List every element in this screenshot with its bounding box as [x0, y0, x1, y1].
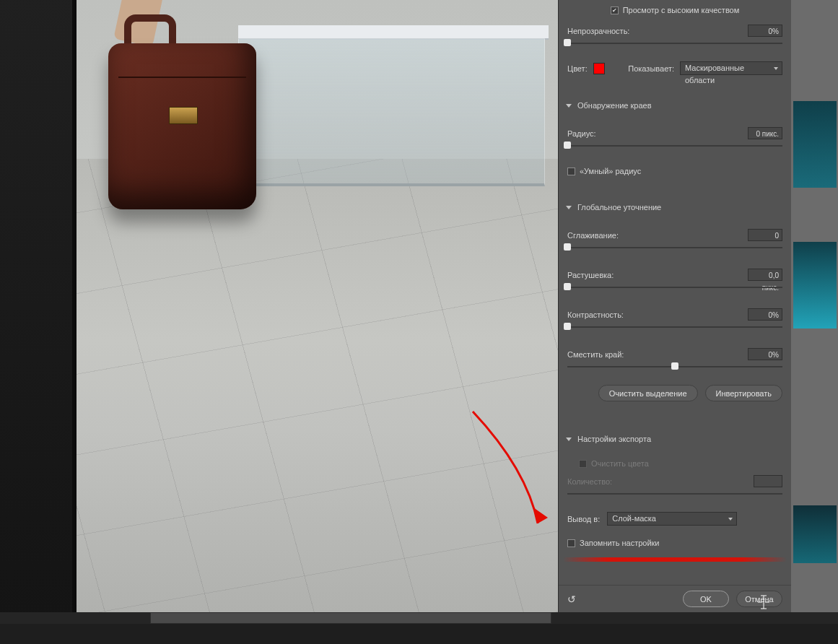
scene-desk: [238, 0, 549, 188]
radius-value[interactable]: 0 пикс.: [748, 127, 782, 139]
shift-edge-slider[interactable]: [567, 362, 782, 372]
chevron-down-icon: [566, 206, 572, 209]
output-to-label: Вывод в:: [567, 515, 600, 523]
contrast-value[interactable]: 0%: [748, 308, 782, 321]
radius-label: Радиус:: [567, 129, 596, 138]
feather-value[interactable]: 0,0 пикс.: [748, 269, 782, 281]
shift-edge-label: Сместить край:: [567, 350, 624, 359]
section-edge-detection[interactable]: Обнаружение краев: [559, 97, 791, 114]
cancel-button[interactable]: Отмена: [736, 591, 782, 607]
amount-label: Количество:: [567, 477, 612, 486]
opacity-value[interactable]: 0%: [748, 25, 782, 37]
smart-radius-label: «Умный» радиус: [580, 167, 641, 175]
ok-button[interactable]: OK: [683, 591, 729, 607]
remember-settings-checkbox[interactable]: [567, 539, 575, 547]
amount-slider: [567, 489, 782, 499]
contrast-slider[interactable]: [567, 322, 782, 332]
smooth-label: Сглаживание:: [567, 231, 619, 240]
high-quality-preview-label: Просмотр с высоким качеством: [623, 6, 740, 14]
smart-radius-checkbox[interactable]: [567, 167, 575, 175]
shows-label: Показывает:: [628, 64, 674, 73]
shows-select[interactable]: Маскированные области: [680, 61, 782, 75]
secondary-preview-strip: [790, 0, 838, 612]
contrast-label: Контрастность:: [567, 310, 624, 319]
decontaminate-colors-label: Очистить цвета: [591, 459, 649, 468]
clear-selection-button[interactable]: Очистить выделение: [598, 385, 698, 401]
section-global-refine[interactable]: Глобальное уточнение: [559, 199, 791, 216]
app-bottom-bar: [0, 624, 838, 644]
scene-person: [0, 0, 159, 612]
smooth-value[interactable]: 0: [748, 229, 782, 241]
decontaminate-colors-checkbox: [579, 460, 587, 468]
opacity-slider[interactable]: [567, 38, 782, 48]
remember-settings-label: Запомнить настройки: [580, 539, 660, 547]
reset-icon[interactable]: ↺: [567, 593, 576, 605]
radius-slider[interactable]: [567, 141, 782, 151]
amount-value: [754, 475, 782, 487]
section-export-settings[interactable]: Настройки экспорта: [559, 430, 791, 448]
high-quality-preview-checkbox[interactable]: [611, 6, 619, 14]
canvas-preview[interactable]: [0, 0, 558, 612]
select-and-mask-panel: Просмотр с высоким качеством Непрозрачно…: [558, 0, 791, 612]
shift-edge-value[interactable]: 0%: [748, 348, 782, 360]
opacity-label: Непрозрачность:: [567, 27, 629, 35]
smooth-slider[interactable]: [567, 243, 782, 253]
color-label: Цвет:: [567, 64, 588, 73]
feather-label: Растушевка:: [567, 271, 614, 279]
chevron-down-icon: [566, 438, 572, 441]
chevron-down-icon: [566, 104, 572, 108]
color-swatch[interactable]: [593, 63, 605, 74]
horizontal-scrollbar[interactable]: [150, 612, 551, 624]
feather-slider[interactable]: [567, 282, 782, 292]
invert-button[interactable]: Инвертировать: [705, 385, 782, 401]
output-to-select[interactable]: Слой-маска: [607, 512, 737, 526]
annotation-underline: [563, 557, 787, 562]
